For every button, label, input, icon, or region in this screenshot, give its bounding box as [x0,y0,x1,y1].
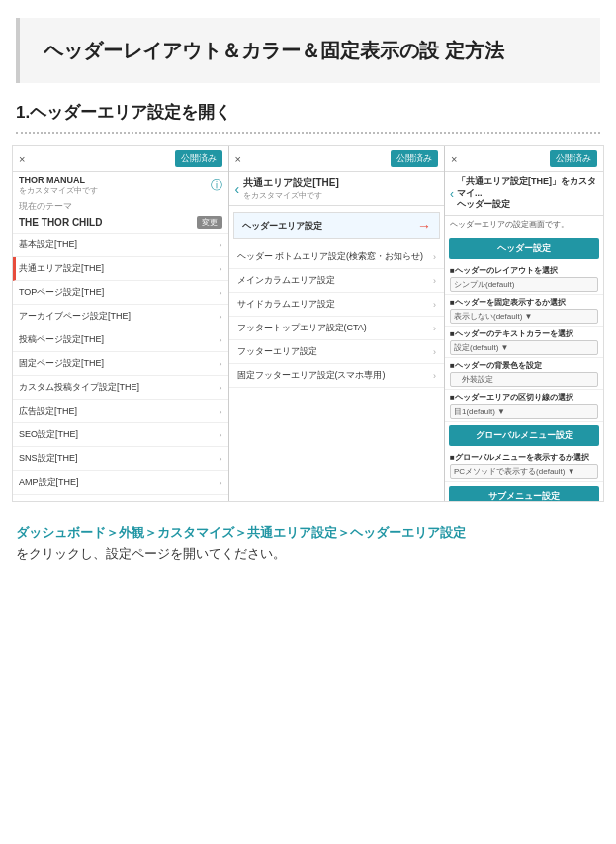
right-panel-title-line2: ヘッダー設定 [457,199,598,211]
left-panel-title: THOR MANUAL [19,175,98,185]
setting-divider: ■ヘッダーエリアの区切り線の選択 目1(default) ▼ [445,390,603,422]
right-close-icon[interactable]: × [451,153,457,165]
screenshot-area: × 公開済み THOR MANUAL をカスタマイズ中です ⓘ 現在のテーマ T… [12,145,604,502]
middle-menu-fixed-footer[interactable]: 固定フッターエリア設定(スマホ専用) › [229,364,445,388]
left-publish-button[interactable]: 公開済み [175,150,222,167]
site-name: THE THOR CHILD [19,217,102,228]
back-arrow-icon[interactable]: ‹ [235,181,240,197]
bottom-desc-suffix: をクリックし、設定ページを開いてください。 [16,546,286,561]
section-divider [16,132,600,134]
menu-item-ads[interactable]: 広告設定[THE] › [13,400,228,423]
middle-panel-title-row: ‹ 共通エリア設定[THE] をカスタマイズ中です [229,172,445,206]
sub-menu-section-button[interactable]: サブメニュー設定 [449,486,599,502]
menu-item-archive[interactable]: アーカイブページ設定[THE] › [13,305,228,328]
menu-item-common[interactable]: 共通エリア設定[THE] › [13,257,228,281]
right-panel-title-row: ‹ 「共通エリア設定[THE]」をカスタマイ... ヘッダー設定 [445,172,603,216]
left-menu-list: 基本設定[THE] › 共通エリア設定[THE] › TOPページ設定[THE]… [13,234,228,502]
middle-panel-title: 共通エリア設定[THE] [243,176,339,190]
left-panel-subtitle: をカスタマイズ中です [19,185,98,196]
section-heading: 1.ヘッダーエリア設定を開く [0,83,616,128]
chevron-icon: › [220,359,222,369]
left-panel: × 公開済み THOR MANUAL をカスタマイズ中です ⓘ 現在のテーマ T… [13,146,229,501]
left-close-icon[interactable]: × [19,153,25,165]
right-back-arrow-icon[interactable]: ‹ [450,187,454,201]
setting-layout: ■ヘッダーのレイアウトを選択 シンプル(default) [445,263,603,295]
menu-item-sns[interactable]: SNS設定[THE] › [13,447,228,471]
nav-path: ダッシュボード＞外観＞カスタマイズ＞共通エリア設定＞ヘッダーエリア設定 [16,525,466,540]
middle-close-icon[interactable]: × [235,153,241,165]
chevron-icon: › [220,407,222,417]
menu-item-top[interactable]: TOPページ設定[THE] › [13,281,228,305]
right-panel-title-line1: 「共通エリア設定[THE]」をカスタマイ... [457,176,598,199]
middle-menu-main-column[interactable]: メインカラムエリア設定 › [229,269,445,293]
chevron-icon: › [433,300,436,310]
bottom-description: ダッシュボード＞外観＞カスタマイズ＞共通エリア設定＞ヘッダーエリア設定 をクリッ… [0,512,616,573]
chevron-icon: › [220,288,222,298]
menu-item-amp[interactable]: AMP設定[THE] › [13,471,228,495]
chevron-icon: › [433,324,436,333]
middle-menu-header-bottom[interactable]: ヘッダー ボトムエリア設定(検索窓・お知らせ) › [229,245,445,269]
middle-menu-footer[interactable]: フッターエリア設定 › [229,340,445,364]
right-panel-header: × 公開済み [445,146,603,172]
menu-item-basic[interactable]: 基本設定[THE] › [13,234,228,257]
menu-item-seo[interactable]: SEO設定[THE] › [13,423,228,447]
menu-item-custom-post[interactable]: カスタム投稿タイプ設定[THE] › [13,376,228,400]
global-menu-section-button[interactable]: グローバルメニュー設定 [449,425,599,446]
chevron-icon: › [220,264,222,274]
page-title: ヘッダーレイアウト＆カラー＆固定表示の設 定方法 [44,36,576,65]
setting-global-menu: ■グローバルメニューを表示するか選択 PCメソッドで表示する(default) … [445,450,603,482]
setting-text-color: ■ヘッダーのテキストカラーを選択 設定(default) ▼ [445,327,603,358]
info-icon: ⓘ [211,177,222,194]
middle-panel: × 公開済み ‹ 共通エリア設定[THE] をカスタマイズ中です ヘッダーエリア… [229,146,446,501]
site-label: 現在のテーマ [13,197,228,214]
middle-panel-subtitle: をカスタマイズ中です [243,190,339,201]
change-theme-button[interactable]: 変更 [197,216,222,229]
chevron-icon: › [433,347,436,357]
middle-menu-side-column[interactable]: サイドカラムエリア設定 › [229,293,445,317]
highlighted-label: ヘッダーエリア設定 [242,220,322,233]
right-panel: × 公開済み ‹ 「共通エリア設定[THE]」をカスタマイ... ヘッダー設定 … [445,146,603,501]
chevron-icon: › [220,502,222,503]
site-name-row: THE THOR CHILD 変更 [13,214,228,234]
chevron-icon: › [220,335,222,345]
arrow-right-icon: → [417,218,431,234]
middle-highlighted-item[interactable]: ヘッダーエリア設定 → [233,212,441,239]
setting-fixed: ■ヘッダーを固定表示するか選択 表示しない(default) ▼ [445,295,603,327]
setting-bg-color: ■ヘッダーの背景色を設定 外装設定 [445,358,603,390]
menu-item-fixed[interactable]: 固定ページ設定[THE] › [13,352,228,376]
middle-menu-footer-top[interactable]: フッタートップエリア設定(CTA) › [229,317,445,340]
chevron-icon: › [433,276,436,286]
chevron-icon: › [220,312,222,322]
chevron-icon: › [220,383,222,393]
chevron-icon: › [220,430,222,440]
right-publish-button[interactable]: 公開済み [550,150,597,167]
left-panel-header: × 公開済み [13,146,228,172]
middle-publish-button[interactable]: 公開済み [391,150,438,167]
chevron-icon: › [220,478,222,488]
chevron-icon: › [220,240,222,250]
menu-item-post[interactable]: 投稿ページ設定[THE] › [13,328,228,352]
page-header: ヘッダーレイアウト＆カラー＆固定表示の設 定方法 [16,18,600,83]
chevron-icon: › [433,252,436,262]
header-section-button[interactable]: ヘッダー設定 [449,238,599,259]
chevron-icon: › [433,371,436,381]
middle-panel-header: × 公開済み [229,146,445,172]
section-title: 1.ヘッダーエリア設定を開く [16,101,600,124]
menu-item-pwa[interactable]: PWA設定[THE] › [13,495,228,502]
chevron-icon: › [220,454,222,464]
right-panel-desc: ヘッダーエリアの設定画面です。 [445,216,603,234]
